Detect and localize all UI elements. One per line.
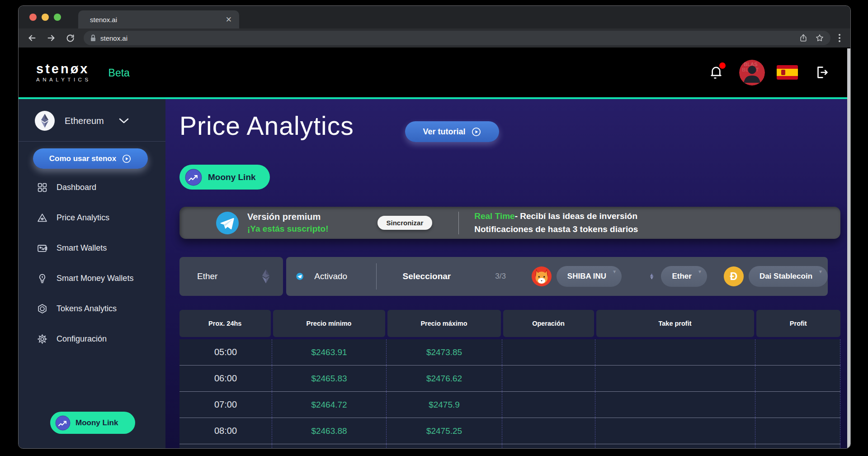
cell-precio-maximo: $2474.87: [386, 444, 502, 449]
share-icon[interactable]: [799, 33, 808, 43]
sidebar-menu: Dashboard Price Analytics Smart Wallets …: [19, 178, 165, 360]
url-text: stenox.ai: [100, 34, 792, 42]
tokens-analytics-icon: [37, 303, 48, 314]
minimize-window-button[interactable]: [42, 14, 49, 21]
reload-button[interactable]: [65, 33, 75, 43]
page-scrollbar[interactable]: [847, 48, 850, 448]
dropdown-arrow-icon: ▼: [612, 269, 617, 274]
moony-link-label: Moony Link: [208, 172, 256, 182]
base-token-selector[interactable]: Ether: [179, 257, 283, 296]
browser-menu-icon[interactable]: [835, 34, 844, 42]
selection-count: 3/3: [495, 272, 506, 281]
sidebar: Ethereum Como usar stenox Dashboard Pr: [19, 99, 165, 449]
table-header: Prox. 24hs Precio mínimo Precio máximo O…: [179, 310, 840, 337]
moony-icon: [185, 169, 202, 186]
sidebar-item-smart-wallets[interactable]: Smart Wallets: [19, 239, 165, 257]
shiba-inu-icon: [531, 266, 552, 287]
cell-time: 06:00: [179, 366, 272, 391]
forward-button[interactable]: [46, 33, 57, 43]
table-body: 05:00 $2463.91 $2473.85 06:00 $2465.83 $…: [179, 339, 840, 449]
tab-close-icon[interactable]: ✕: [226, 16, 232, 24]
ver-tutorial-button[interactable]: Ver tutorial: [405, 121, 499, 142]
banner-divider: [458, 212, 459, 234]
smart-money-wallets-icon: [37, 273, 48, 284]
cell-operacion: [502, 392, 595, 418]
logo-wordmark: stenøx: [36, 62, 91, 76]
cell-time: 09:00: [179, 444, 272, 449]
sidebar-item-label: Dashboard: [57, 183, 96, 192]
sidebar-item-price-analytics[interactable]: Price Analytics: [19, 209, 165, 227]
premium-title: Versión premium: [247, 211, 329, 223]
sidebar-moony-link-button[interactable]: Moony Link: [50, 412, 135, 434]
premium-subtitle: ¡Ya estás suscripto!: [247, 223, 329, 235]
cell-time: 07:00: [179, 392, 272, 418]
language-flag-spain[interactable]: [777, 65, 798, 80]
table-row: 07:00 $2464.72 $2475.9: [179, 392, 840, 418]
token-dropdown-dai[interactable]: Dai Stablecoin ▼: [749, 266, 828, 287]
stenox-logo: stenøx ANALYTICS: [36, 62, 91, 83]
table-row: 08:00 $2463.88 $2475.25: [179, 418, 840, 444]
realtime-text: Real Time- Recibí las ideas de inversión…: [474, 210, 638, 236]
telegram-icon: [296, 267, 303, 286]
sidebar-item-dashboard[interactable]: Dashboard: [19, 178, 165, 196]
como-usar-stenox-button[interactable]: Como usar stenox: [33, 148, 148, 169]
ethereum-icon: [650, 268, 654, 285]
cell-precio-maximo: $2475.25: [386, 418, 502, 444]
app-header: stenøx ANALYTICS Beta BLAS BLAST: [19, 48, 850, 97]
browser-tab[interactable]: stenox.ai ✕: [78, 10, 239, 28]
tab-strip: stenox.ai ✕: [19, 6, 850, 28]
como-usar-label: Como usar stenox: [49, 154, 116, 163]
bookmark-star-icon[interactable]: [815, 33, 824, 43]
cell-precio-minimo: $2463.88: [272, 418, 386, 444]
maximize-window-button[interactable]: [54, 14, 61, 21]
cell-take-profit: [595, 418, 755, 444]
notifications-button[interactable]: [708, 64, 724, 81]
url-bar[interactable]: stenox.ai: [84, 31, 830, 45]
realtime-label: Real Time: [474, 211, 514, 221]
token-dropdown-shiba[interactable]: SHIBA INU ▼: [557, 266, 622, 287]
notification-dot: [719, 62, 726, 69]
close-window-button[interactable]: [29, 14, 37, 21]
cell-precio-maximo: $2473.85: [386, 339, 502, 365]
page-body: Ethereum Como usar stenox Dashboard Pr: [19, 99, 850, 449]
dropdown-arrow-icon: ▼: [818, 269, 823, 274]
column-header-precio-minimo: Precio mínimo: [273, 310, 385, 337]
sincronizar-button[interactable]: Sincronizar: [377, 216, 433, 230]
price-table: Prox. 24hs Precio mínimo Precio máximo O…: [179, 310, 840, 449]
sidebar-item-label: Smart Money Wallets: [57, 274, 133, 283]
sidebar-item-label: Configuración: [57, 334, 107, 344]
dashboard-icon: [37, 182, 48, 193]
token-dropdown-ether[interactable]: Ether ▼: [661, 266, 707, 287]
ethereum-icon: [261, 269, 271, 284]
moony-link-button[interactable]: Moony Link: [179, 165, 270, 190]
token-selection-panel: Activado Seleccionar 3/3 SHIBA INU ▼ Eth…: [286, 257, 828, 296]
network-name: Ethereum: [65, 116, 104, 126]
cell-time: 05:00: [179, 339, 272, 365]
dropdown-arrow-icon: ▼: [698, 269, 702, 274]
logout-button[interactable]: [814, 65, 830, 80]
window-controls[interactable]: [29, 14, 61, 21]
sidebar-item-tokens-analytics[interactable]: Tokens Analytics: [19, 299, 165, 318]
tab-title: stenox.ai: [90, 16, 226, 24]
sidebar-item-configuracion[interactable]: Configuración: [19, 330, 165, 348]
telegram-status: Activado: [314, 271, 347, 281]
gear-icon: [37, 333, 48, 345]
token-name: Dai Stablecoin: [760, 272, 812, 281]
logout-icon: [814, 65, 830, 80]
table-row: 05:00 $2463.91 $2473.85: [179, 339, 840, 366]
sidebar-item-label: Tokens Analytics: [57, 304, 117, 314]
notifications-line: Notificaciones de hasta 3 tokens diarios: [474, 223, 638, 236]
network-selector[interactable]: Ethereum: [35, 111, 129, 131]
user-avatar[interactable]: BLAS BLAST: [739, 60, 765, 86]
column-header-precio-maximo: Precio máximo: [387, 310, 501, 337]
logo-subtitle: ANALYTICS: [36, 77, 91, 83]
cell-precio-minimo: $2464.72: [272, 392, 386, 418]
lock-icon: [90, 34, 96, 42]
sidebar-item-smart-money-wallets[interactable]: Smart Money Wallets: [19, 269, 165, 287]
play-icon: [471, 127, 481, 137]
svg-text:Ð: Ð: [730, 271, 738, 282]
back-button[interactable]: [27, 33, 38, 43]
browser-window: stenox.ai ✕ stenox.ai: [18, 5, 851, 449]
telegram-icon: [216, 211, 239, 235]
cell-operacion: [502, 339, 595, 365]
